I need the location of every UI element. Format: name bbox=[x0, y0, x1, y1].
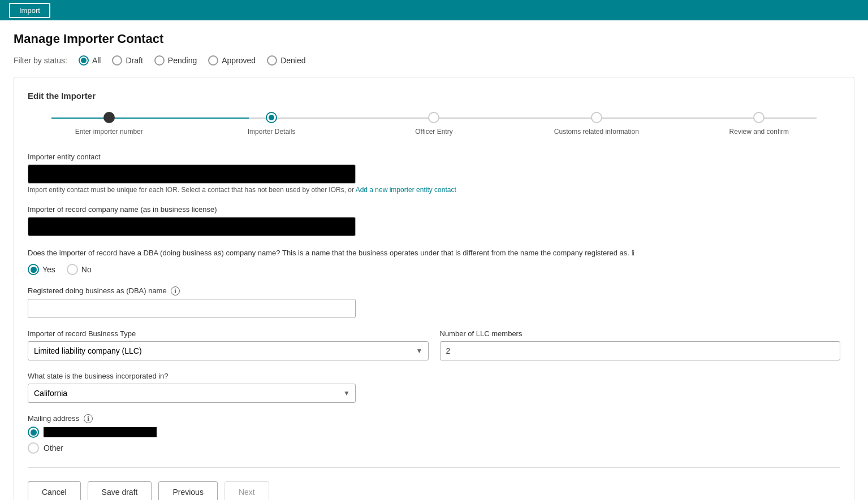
top-bar: Import bbox=[0, 0, 868, 20]
company-name-group: Importer of record company name (as in b… bbox=[28, 205, 840, 236]
llc-members-label: Number of LLC members bbox=[440, 329, 841, 338]
dba-no-radio[interactable] bbox=[67, 264, 78, 275]
filter-approved[interactable]: Approved bbox=[208, 55, 256, 66]
mailing-address-value bbox=[44, 427, 157, 437]
mailing-option-2[interactable]: Other bbox=[28, 442, 840, 454]
importer-entity-contact-input[interactable] bbox=[28, 164, 356, 184]
save-draft-button[interactable]: Save draft bbox=[88, 481, 152, 500]
filter-draft-radio[interactable] bbox=[112, 55, 122, 66]
step-3-label: Officer Entry bbox=[415, 128, 452, 137]
divider bbox=[28, 467, 840, 468]
state-select-wrapper: California Texas New York Florida ▼ bbox=[28, 384, 356, 403]
llc-members-input[interactable] bbox=[440, 341, 841, 360]
filter-all-radio[interactable] bbox=[79, 55, 89, 66]
dba-name-label: Registered doing business as (DBA) name … bbox=[28, 286, 840, 295]
filter-draft-label: Draft bbox=[126, 56, 142, 65]
filter-approved-radio[interactable] bbox=[208, 55, 218, 66]
step-5-dot bbox=[753, 112, 765, 123]
dba-name-input[interactable] bbox=[28, 299, 356, 318]
filter-denied-radio[interactable] bbox=[267, 55, 277, 66]
mailing-option-1[interactable] bbox=[28, 427, 840, 438]
dba-yes-radio[interactable] bbox=[28, 264, 39, 275]
business-type-label: Importer of record Business Type bbox=[28, 329, 429, 338]
dba-no-label: No bbox=[81, 265, 92, 274]
filter-denied-label: Denied bbox=[280, 56, 305, 65]
filter-all[interactable]: All bbox=[79, 55, 101, 66]
step-4: Customs related information bbox=[515, 112, 677, 137]
step-4-label: Customs related information bbox=[554, 128, 639, 137]
filter-pending-radio[interactable] bbox=[154, 55, 165, 66]
action-buttons: Cancel Save draft Previous Next bbox=[28, 481, 840, 500]
business-type-select-wrapper: Limited liability company (LLC) Corporat… bbox=[28, 341, 429, 360]
importer-entity-help-text: Import entity contact must be unique for… bbox=[28, 186, 840, 194]
next-button[interactable]: Next bbox=[224, 481, 269, 500]
dba-name-info-icon: ℹ bbox=[171, 286, 180, 295]
card-title: Edit the Importer bbox=[28, 91, 840, 101]
importer-entity-contact-group: Importer entity contact Import entity co… bbox=[28, 153, 840, 194]
mailing-address-group: Mailing address ℹ Other bbox=[28, 414, 840, 454]
cancel-button[interactable]: Cancel bbox=[28, 481, 81, 500]
step-4-dot bbox=[591, 112, 602, 123]
step-2-dot bbox=[266, 112, 277, 123]
dba-question-text: Does the importer of record have a DBA (… bbox=[28, 247, 840, 259]
dba-yes-option[interactable]: Yes bbox=[28, 264, 55, 275]
business-type-group: Importer of record Business Type Limited… bbox=[28, 329, 429, 360]
stepper-steps: Enter importer number Importer Details O… bbox=[28, 112, 840, 137]
step-1-dot bbox=[103, 112, 115, 123]
company-name-input[interactable] bbox=[28, 217, 356, 236]
step-5: Review and confirm bbox=[678, 112, 840, 137]
main-card: Edit the Importer Enter importer number … bbox=[14, 77, 854, 500]
state-label: What state is the business incorporated … bbox=[28, 372, 840, 380]
dba-yes-label: Yes bbox=[42, 265, 55, 274]
previous-button[interactable]: Previous bbox=[158, 481, 217, 500]
business-type-row: Importer of record Business Type Limited… bbox=[28, 329, 840, 372]
step-5-label: Review and confirm bbox=[729, 128, 789, 137]
mailing-info-icon: ℹ bbox=[84, 414, 93, 423]
step-3: Officer Entry bbox=[353, 112, 515, 137]
filter-pending-label: Pending bbox=[168, 56, 197, 65]
stepper: Enter importer number Importer Details O… bbox=[28, 112, 840, 137]
page-title: Manage Importer Contact bbox=[14, 32, 854, 46]
dba-question-group: Does the importer of record have a DBA (… bbox=[28, 247, 840, 276]
mailing-other-label: Other bbox=[44, 444, 63, 453]
company-name-label: Importer of record company name (as in b… bbox=[28, 205, 840, 214]
filter-pending[interactable]: Pending bbox=[154, 55, 197, 66]
step-2-label: Importer Details bbox=[248, 128, 296, 137]
step-1: Enter importer number bbox=[28, 112, 190, 137]
dba-info-icon: ℹ bbox=[632, 249, 634, 257]
state-group: What state is the business incorporated … bbox=[28, 372, 840, 403]
filter-draft[interactable]: Draft bbox=[112, 55, 142, 66]
filter-bar: Filter by status: All Draft Pending Appr… bbox=[14, 55, 854, 66]
add-contact-link[interactable]: Add a new importer entity contact bbox=[356, 186, 456, 194]
filter-denied[interactable]: Denied bbox=[267, 55, 305, 66]
mailing-address-label: Mailing address ℹ bbox=[28, 414, 840, 423]
step-3-dot bbox=[428, 112, 439, 123]
state-select[interactable]: California Texas New York Florida bbox=[28, 384, 356, 403]
filter-label: Filter by status: bbox=[14, 56, 67, 65]
dba-name-group: Registered doing business as (DBA) name … bbox=[28, 286, 840, 318]
filter-all-label: All bbox=[92, 56, 101, 65]
importer-entity-contact-label: Importer entity contact bbox=[28, 153, 840, 161]
filter-approved-label: Approved bbox=[222, 56, 256, 65]
step-2: Importer Details bbox=[190, 112, 352, 137]
top-bar-button[interactable]: Import bbox=[9, 3, 50, 18]
mailing-radio-1[interactable] bbox=[28, 427, 39, 438]
mailing-radio-2[interactable] bbox=[28, 442, 39, 454]
dba-no-option[interactable]: No bbox=[67, 264, 92, 275]
dba-radio-group: Yes No bbox=[28, 264, 840, 275]
llc-members-group: Number of LLC members bbox=[440, 329, 841, 360]
step-1-label: Enter importer number bbox=[75, 128, 143, 137]
business-type-select[interactable]: Limited liability company (LLC) Corporat… bbox=[28, 341, 429, 360]
